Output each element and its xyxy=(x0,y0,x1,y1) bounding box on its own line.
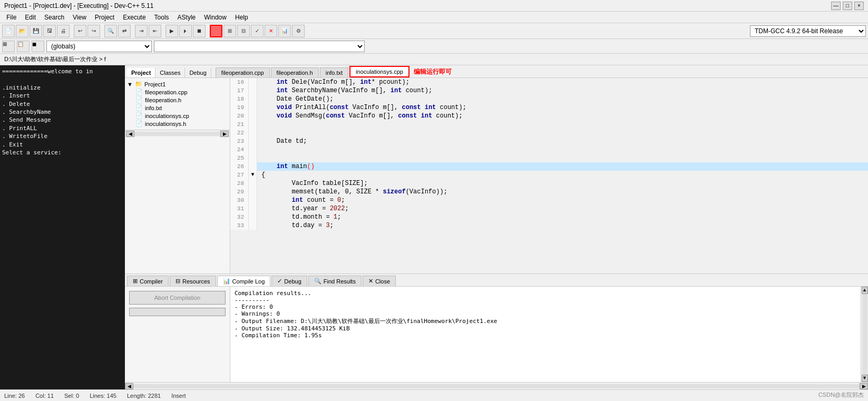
toolbar-compile-run-btn[interactable]: ▶ xyxy=(165,25,178,37)
toolbar-new-btn[interactable]: 📄 xyxy=(2,25,15,37)
maximize-button[interactable]: □ xyxy=(843,2,852,10)
line-code-28[interactable]: VacInfo table[SIZE]; xyxy=(257,179,368,188)
line-code-20[interactable]: void SendMsg(const VacInfo m[], const in… xyxy=(257,112,463,120)
scroll-up-btn[interactable]: ▲ xyxy=(862,287,868,294)
menu-window[interactable]: Window xyxy=(200,13,231,22)
toolbar-undo-btn[interactable]: ↩ xyxy=(74,25,86,37)
toolbar-replace-btn[interactable]: ⇄ xyxy=(118,25,131,37)
code-line-31: 31 td.year = 2022; xyxy=(230,204,868,213)
tree-root[interactable]: ▼ 📁 Project1 xyxy=(127,80,228,88)
line-code-19[interactable]: void PrintAll(const VacInfo m[], const i… xyxy=(257,103,466,112)
tree-file-label-1: fileoperation.h xyxy=(145,97,181,103)
tab-close[interactable]: ✕ Close xyxy=(363,276,396,286)
tab-classes[interactable]: Classes xyxy=(155,68,185,77)
tab-resources[interactable]: ⊟ Resources xyxy=(170,276,216,286)
drive-label: D:\川大\助教\软件基础\最后一次作业 > f xyxy=(4,55,106,63)
tree-file-3[interactable]: 📄 inoculationsys.cp xyxy=(135,112,228,120)
toolbar-grid-btn1[interactable]: ⊞ xyxy=(223,25,236,37)
line-code-27[interactable]: { xyxy=(257,171,265,179)
tree-root-expand[interactable]: ▼ xyxy=(127,81,133,87)
toolbar-chart-btn[interactable]: 📊 xyxy=(278,25,291,37)
line-code-18[interactable]: Date GetDate(); xyxy=(257,95,334,103)
scroll-track-h xyxy=(134,132,220,136)
line-code-17[interactable]: int SearchbyName(VacInfo m[], int count)… xyxy=(257,86,432,95)
minimize-button[interactable]: — xyxy=(831,2,841,10)
file-tab-inoculationsys-cpp[interactable]: inoculationsys.cpp xyxy=(349,66,409,77)
compiler-tab-icon: ⊞ xyxy=(133,278,138,285)
toolbar-redo-btn[interactable]: ↪ xyxy=(87,25,100,37)
toolbar2-btn2[interactable]: 📋 xyxy=(17,41,30,52)
menu-help[interactable]: Help xyxy=(231,13,252,22)
toolbar2-btn1[interactable]: ⊞ xyxy=(2,41,15,52)
globals-select[interactable]: (globals) xyxy=(46,41,152,52)
scroll-down-btn[interactable]: ▼ xyxy=(862,375,868,382)
menu-tools[interactable]: Tools xyxy=(150,13,173,22)
toolbar-open-btn[interactable]: 📂 xyxy=(16,25,28,37)
line-code-25[interactable] xyxy=(257,154,265,162)
close-button[interactable]: × xyxy=(854,2,864,10)
menu-execute[interactable]: Execute xyxy=(119,13,150,22)
file-tab-fileoperation-h[interactable]: fileoperation.h xyxy=(271,67,319,77)
tab-debug[interactable]: ✓ Debug xyxy=(271,276,307,286)
toolbar-highlighted-btn[interactable] xyxy=(210,25,222,37)
menu-search[interactable]: Search xyxy=(40,13,69,22)
menu-edit[interactable]: Edit xyxy=(21,13,40,22)
scope-select[interactable] xyxy=(154,41,365,52)
code-editor[interactable]: 16 int Dele(VacInfo m[], int* pcount); 1… xyxy=(230,78,868,273)
line-code-29[interactable]: memset(table, 0, SIZE * sizeof(VacInfo))… xyxy=(257,188,447,196)
toolbar-grid-btn2[interactable]: ⊟ xyxy=(237,25,250,37)
toolbar-indent-btn[interactable]: ⇥ xyxy=(135,25,148,37)
tab-debug[interactable]: Debug xyxy=(185,68,211,77)
tree-file-2[interactable]: 📄 info.txt xyxy=(135,104,228,112)
toolbar-saveas-btn[interactable]: 🖫 xyxy=(43,25,56,37)
tree-file-1[interactable]: 📄 fileoperation.h xyxy=(135,96,228,104)
line-code-33[interactable]: td.day = 3; xyxy=(257,221,334,230)
compiler-select[interactable]: TDM-GCC 4.9.2 64-bit Release xyxy=(750,25,866,37)
compile-log-tab-label: Compile Log xyxy=(232,278,265,285)
tab-project[interactable]: Project xyxy=(127,68,155,77)
toolbar-gear-btn[interactable]: ⚙ xyxy=(292,25,305,37)
menu-file[interactable]: File xyxy=(2,13,21,22)
tree-file-label-3: inoculationsys.cp xyxy=(145,113,189,119)
toolbar-print-btn[interactable]: 🖨 xyxy=(57,25,70,37)
tab-compiler[interactable]: ⊞ Compiler xyxy=(127,276,169,286)
toolbar-save-btn[interactable]: 💾 xyxy=(30,25,42,37)
toolbar-unindent-btn[interactable]: ⇤ xyxy=(149,25,161,37)
line-num-19: 19 xyxy=(230,103,249,112)
line-code-22[interactable] xyxy=(257,129,265,137)
line-code-32[interactable]: td.month = 1; xyxy=(257,213,341,221)
line-code-23[interactable]: Date td; xyxy=(257,137,307,145)
toolbar-find-btn[interactable]: 🔍 xyxy=(104,25,117,37)
toolbar-x-btn[interactable]: ✕ xyxy=(265,25,277,37)
line-code-16[interactable]: int Dele(VacInfo m[], int* pcount); xyxy=(257,78,409,86)
menu-project[interactable]: Project xyxy=(91,13,119,22)
line-expand-27[interactable]: ▼ xyxy=(249,171,257,179)
tab-compile-log[interactable]: 📊 Compile Log xyxy=(217,276,271,286)
tree-file-4[interactable]: 📄 inoculationsys.h xyxy=(135,120,228,128)
right-scrollbar[interactable]: ▲ ▼ xyxy=(861,287,868,382)
toolbar2-btn3[interactable]: ◼ xyxy=(32,41,44,52)
line-code-31[interactable]: td.year = 2022; xyxy=(257,204,349,213)
line-code-21[interactable] xyxy=(257,120,265,129)
line-code-24[interactable] xyxy=(257,145,265,154)
menu-astyle[interactable]: AStyle xyxy=(173,13,200,22)
scroll-right-btn[interactable]: ▶ xyxy=(220,131,229,137)
file-tab-fileoperation-cpp[interactable]: fileoperation.cpp xyxy=(216,67,270,77)
toolbar-stop-btn[interactable]: ⏹ xyxy=(193,25,206,37)
menu-view[interactable]: View xyxy=(69,13,91,22)
line-num-27: 27 xyxy=(230,171,249,179)
hscroll-right-btn[interactable]: ▶ xyxy=(860,383,868,389)
scroll-left-btn[interactable]: ◀ xyxy=(126,131,134,137)
toolbar-run-btn[interactable]: ⏵ xyxy=(179,25,192,37)
hscroll-left-btn[interactable]: ◀ xyxy=(125,383,133,389)
toolbar-check-btn[interactable]: ✓ xyxy=(251,25,264,37)
line-code-26[interactable]: int main() xyxy=(257,162,315,171)
line-expand-25 xyxy=(249,154,257,162)
line-expand-29 xyxy=(249,188,257,196)
line-code-30[interactable]: int count = 0; xyxy=(257,196,345,204)
file-tab-info-txt[interactable]: info.txt xyxy=(320,67,348,77)
close-tab-label: Close xyxy=(375,278,390,285)
abort-compilation-button[interactable]: Abort Compilation xyxy=(129,291,226,305)
tab-find-results[interactable]: 🔍 Find Results xyxy=(308,276,362,286)
tree-file-0[interactable]: 📄 fileoperation.cpp xyxy=(135,88,228,96)
